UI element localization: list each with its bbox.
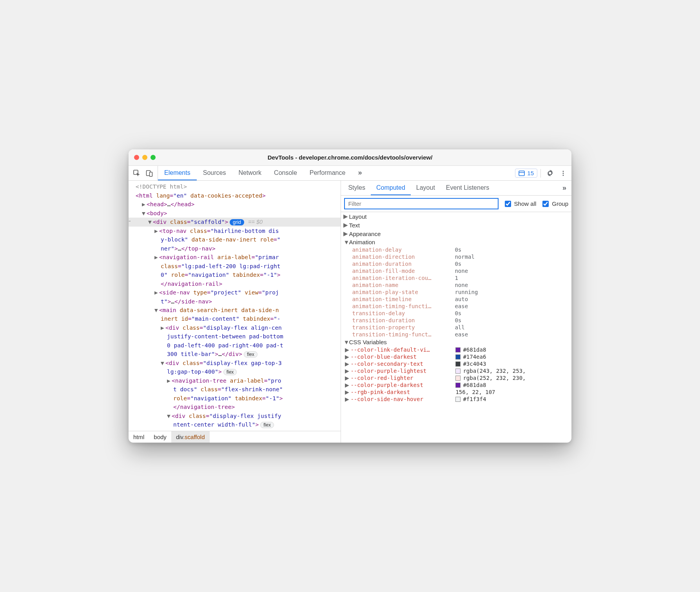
side-tab-computed[interactable]: Computed [371, 181, 411, 195]
dom-line[interactable]: role="navigation" tabindex="-1"> [129, 394, 341, 403]
device-toolbar-icon[interactable] [143, 167, 155, 179]
computed-property-row[interactable]: transition-propertyall [341, 324, 571, 331]
computed-property-row[interactable]: animation-fill-modenone [341, 267, 571, 274]
dom-head[interactable]: ▶<head>…</head> [129, 200, 341, 209]
dom-line[interactable]: t docs" class="flex-shrink-none" [129, 385, 341, 394]
computed-property-row[interactable]: animation-timing-functi…ease [341, 303, 571, 310]
breadcrumb-html[interactable]: html [129, 431, 149, 443]
side-tab-event-listeners[interactable]: Event Listeners [441, 181, 495, 195]
tab-performance[interactable]: Performance [303, 166, 352, 180]
computed-property-row[interactable]: animation-timelineauto [341, 296, 571, 303]
tab-elements[interactable]: Elements [158, 166, 197, 180]
color-swatch[interactable] [455, 347, 461, 352]
computed-property-row[interactable]: animation-delay0s [341, 246, 571, 253]
side-tab-layout[interactable]: Layout [411, 181, 441, 195]
more-tabs-button[interactable]: » [352, 166, 368, 180]
dom-doctype[interactable]: <!DOCTYPE html> [129, 182, 341, 191]
group-checkbox-input[interactable] [542, 201, 549, 207]
group-label: Layout [349, 213, 366, 220]
dom-html-open[interactable]: <html lang="en" data-cookies-accepted> [129, 191, 341, 200]
dom-div-inner[interactable]: ▼<div class="display-flex justify [129, 412, 341, 420]
dom-line[interactable]: t">…</side-nav> [129, 297, 341, 306]
computed-property-row[interactable]: animation-iteration-cou…1 [341, 274, 571, 281]
computed-property-row[interactable]: transition-delay0s [341, 310, 571, 317]
breadcrumb-div-scaffold[interactable]: div.scaffold [171, 431, 210, 443]
dom-line[interactable]: 300 title-bar">…</div>flex [129, 350, 341, 358]
disclosure-triangle-icon: ▶ [343, 230, 349, 237]
property-name: transition-duration [352, 317, 455, 323]
computed-property-row[interactable]: animation-namenone [341, 281, 571, 289]
dom-line[interactable]: y-block" data-side-nav-inert role=" [129, 235, 341, 244]
color-swatch[interactable] [455, 354, 461, 360]
dom-main[interactable]: ▼<main data-search-inert data-side-n [129, 306, 341, 314]
side-tab-styles[interactable]: Styles [343, 181, 371, 195]
group-header-animation[interactable]: ▼Animation [341, 238, 571, 246]
dom-line[interactable]: </navigation-tree> [129, 403, 341, 411]
grid-badge[interactable]: grid [230, 219, 244, 225]
dom-side-nav[interactable]: ▶<side-nav type="project" view="proj [129, 288, 341, 297]
computed-property-row[interactable]: animation-play-staterunning [341, 289, 571, 296]
css-variable-row[interactable]: ▶--rgb-pink-darkest156, 22, 107 [341, 389, 571, 396]
issues-button[interactable]: 15 [515, 169, 537, 178]
css-variable-row[interactable]: ▶--color-blue-darkest#174ea6 [341, 353, 571, 360]
variable-name: --rgb-pink-darkest [350, 389, 455, 395]
property-value: none [455, 282, 468, 288]
close-window-button[interactable] [134, 155, 139, 160]
css-variable-row[interactable]: ▶--color-link-default-vi…#681da8 [341, 346, 571, 353]
dom-div-gap[interactable]: ▼<div class="display-flex gap-top-3 [129, 359, 341, 367]
property-value: running [455, 289, 478, 295]
computed-property-row[interactable]: animation-directionnormal [341, 253, 571, 260]
css-variable-row[interactable]: ▶--color-red-lighterrgba(252, 232, 230, [341, 374, 571, 381]
computed-property-row[interactable]: transition-timing-funct…ease [341, 331, 571, 338]
dom-navigation-tree[interactable]: ▶<navigation-tree aria-label="pro [129, 376, 341, 385]
dom-top-nav[interactable]: ▶<top-nav class="hairline-bottom dis [129, 227, 341, 235]
tab-network[interactable]: Network [232, 166, 268, 180]
maximize-window-button[interactable] [151, 155, 156, 160]
color-swatch[interactable] [455, 369, 461, 374]
dom-body-open[interactable]: ▼<body> [129, 209, 341, 218]
dom-line[interactable]: ntent-center width-full">flex [129, 420, 341, 429]
show-all-checkbox[interactable]: Show all [503, 200, 537, 208]
tab-sources[interactable]: Sources [197, 166, 232, 180]
color-swatch[interactable] [455, 397, 461, 402]
css-variable-row[interactable]: ▶--color-purple-darkest#681da8 [341, 381, 571, 389]
flex-badge[interactable]: flex [244, 351, 258, 358]
dom-tree[interactable]: <!DOCTYPE html> <html lang="en" data-coo… [129, 181, 341, 430]
show-all-checkbox-input[interactable] [505, 201, 511, 207]
group-checkbox[interactable]: Group [541, 200, 568, 208]
css-variable-row[interactable]: ▶--color-purple-lightestrgba(243, 232, 2… [341, 367, 571, 374]
flex-badge[interactable]: flex [260, 422, 274, 428]
css-variable-row[interactable]: ▶--color-secondary-text#3c4043 [341, 360, 571, 367]
dom-line[interactable]: inert id="main-content" tabindex="- [129, 314, 341, 323]
color-swatch[interactable] [455, 383, 461, 388]
group-header-css-variables[interactable]: ▼CSS Variables [341, 338, 571, 346]
color-swatch[interactable] [455, 376, 461, 381]
minimize-window-button[interactable] [142, 155, 147, 160]
css-variable-row[interactable]: ▶--color-side-nav-hover#f1f3f4 [341, 396, 571, 403]
dom-line[interactable]: ner">…</top-nav> [129, 244, 341, 253]
filter-input[interactable] [344, 198, 498, 209]
group-header-text[interactable]: ▶Text [341, 221, 571, 229]
flex-badge[interactable]: flex [223, 369, 237, 375]
group-header-layout[interactable]: ▶Layout [341, 212, 571, 221]
dom-line[interactable]: class="lg:pad-left-200 lg:pad-right [129, 262, 341, 271]
dom-div-titlebar[interactable]: ▶<div class="display-flex align-cen [129, 323, 341, 332]
inspect-element-icon[interactable] [131, 167, 143, 179]
dom-scaffold-div[interactable]: ▼<div class="scaffold">grid== $0 [129, 218, 341, 226]
dom-line[interactable]: </navigation-rail> [129, 280, 341, 288]
dom-line[interactable]: lg:gap-top-400">flex [129, 367, 341, 376]
computed-property-row[interactable]: transition-duration0s [341, 317, 571, 324]
dom-line[interactable]: justify-content-between pad-bottom [129, 332, 341, 341]
dom-navigation-rail[interactable]: ▶<navigation-rail aria-label="primar [129, 253, 341, 261]
computed-property-row[interactable]: animation-duration0s [341, 260, 571, 267]
tab-console[interactable]: Console [268, 166, 303, 180]
color-swatch[interactable] [455, 361, 461, 367]
group-header-appearance[interactable]: ▶Appearance [341, 229, 571, 238]
computed-properties[interactable]: ▶Layout▶Text▶Appearance▼Animationanimati… [341, 212, 571, 442]
dom-line[interactable]: 0 pad-left-400 pad-right-400 pad-t [129, 341, 341, 350]
dom-line[interactable]: 0" role="navigation" tabindex="-1"> [129, 271, 341, 279]
more-side-tabs-button[interactable]: » [559, 181, 570, 195]
breadcrumb-body[interactable]: body [149, 431, 171, 443]
kebab-menu-icon[interactable] [557, 167, 569, 179]
settings-icon[interactable] [544, 167, 556, 179]
